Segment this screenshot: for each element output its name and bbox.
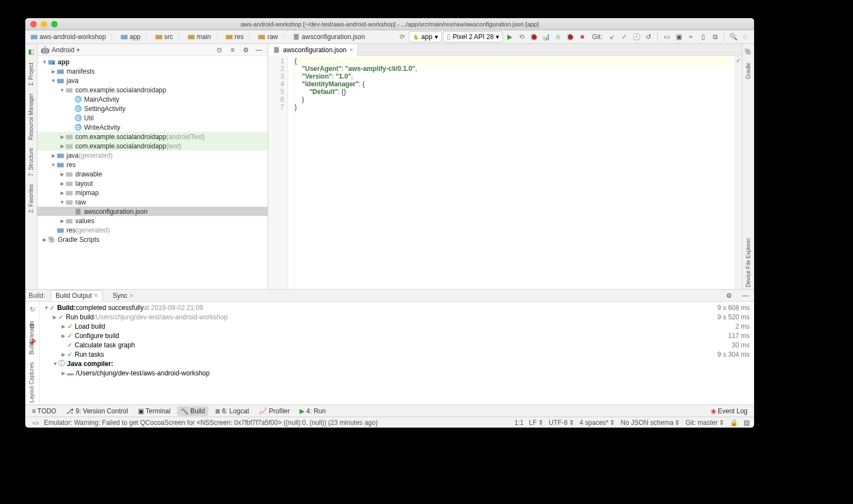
left-tab-favorites[interactable]: 2: Favorites [27,182,35,215]
run-button[interactable]: ▶ [504,31,515,42]
lock-icon[interactable]: 🔒 [730,419,738,427]
breadcrumb-app[interactable]: app [119,32,142,42]
project-tree[interactable]: ▼app▶manifests▼java▼com.example.socialan… [37,56,268,289]
right-tab-device-file-explorer[interactable]: Device File Explorer [744,236,752,289]
breadcrumb-raw[interactable]: raw [256,32,279,42]
build-output-tab[interactable]: Build Output× [51,290,103,301]
tree-node[interactable]: CUtil [37,113,268,123]
tree-node[interactable]: ▶values [37,216,268,225]
apply-changes-button[interactable]: ⟲ [516,31,527,42]
tree-node[interactable]: ▼res [37,160,268,169]
todo-button[interactable]: ≡TODO [29,406,59,416]
editor-tab-awsconfiguration[interactable]: awsconfiguration.json × [268,44,358,56]
git-revert-button[interactable]: ↺ [643,31,654,42]
avd-manager-button[interactable]: ▭ [661,31,672,42]
build-rerun-button[interactable]: ↻ [27,304,38,315]
tree-node[interactable]: ▶mipmap [37,188,268,197]
resource-manager-button[interactable]: ≈ [685,31,696,42]
build-row[interactable]: ▶✓Run tasks9 s 304 ms [44,350,750,359]
breadcrumb-res[interactable]: res [224,32,246,42]
tree-node[interactable]: awsconfiguration.json [37,207,268,216]
git-commit-button[interactable]: ✓ [619,31,630,42]
tree-node[interactable]: ▼com.example.socialandroidapp [37,85,268,95]
maximize-button[interactable] [51,21,58,27]
build-row[interactable]: ▶✓Run build /Users/chjung/dev-test/aws-a… [44,312,750,322]
left-tab-project[interactable]: 1: Project [27,60,35,88]
sync-gradle-button[interactable]: ⟳ [397,31,408,42]
build-row[interactable]: ▶✓Load build2 ms [44,322,750,331]
caret-position[interactable]: 1:1 [514,419,524,427]
code-editor[interactable]: 1234567 { "UserAgent": "aws-amplify-cli/… [268,56,742,289]
layout-inspector-button[interactable]: ⧉ [710,31,721,42]
breadcrumb-main[interactable]: main [186,32,213,42]
git-history-button[interactable]: 🕘 [631,31,642,42]
indent-settings[interactable]: 4 spaces* ⇕ [580,419,616,427]
build-row[interactable]: ▶▬/Users/chjung/dev-test/aws-android-wor… [44,368,750,378]
close-tab-button[interactable]: × [349,46,353,54]
profile-button[interactable]: 📊 [540,31,551,42]
hide-panel-button[interactable]: — [253,45,264,56]
build-row[interactable]: ▼ⓘJava compiler: [44,359,750,368]
logcat-button[interactable]: ≣6: Logcat [212,406,252,416]
tree-node[interactable]: ▼app [37,57,268,67]
git-branch[interactable]: Git: master ⇕ [685,419,724,427]
right-tab-gradle[interactable]: Gradle [744,60,752,81]
tree-node[interactable]: ▶drawable [37,169,268,179]
user-button[interactable]: ☺ [740,31,751,42]
breadcrumb-file[interactable]: awsconfiguration.json [291,32,367,42]
build-panel-settings-button[interactable]: ⚙ [723,290,734,301]
gradle-tool-icon[interactable]: 🐘 [743,46,754,57]
run-config-selector[interactable]: ♞app▾ [409,31,442,42]
tree-node[interactable]: CWriteActivity [37,123,268,132]
sdk-manager-button[interactable]: ▣ [673,31,684,42]
breadcrumb-src[interactable]: src [153,32,175,42]
left-tab-build-variants[interactable]: Build Variants [27,319,36,357]
build-output-tree[interactable]: ▼✓Build: completed successfully at 2019-… [40,302,754,405]
line-separator[interactable]: LF ⇕ [529,419,544,427]
tree-node[interactable]: ▶layout [37,179,268,188]
tree-node[interactable]: ▶com.example.socialandroidapp (androidTe… [37,132,268,141]
tree-node[interactable]: ▼java [37,76,268,85]
sync-tab[interactable]: Sync× [108,291,138,301]
tree-node[interactable]: ▶🐘Gradle Scripts [37,235,268,244]
tree-node[interactable]: ▼raw [37,197,268,207]
version-control-button[interactable]: ⎇9: Version Control [63,406,131,416]
device-selector[interactable]: ▯Pixel 2 API 28▾ [443,31,503,42]
build-row[interactable]: ▶✓Configure build117 ms [44,331,750,340]
minimize-button[interactable] [41,21,47,27]
tree-node[interactable]: CMainActivity [37,95,268,104]
hide-build-panel-button[interactable]: — [740,290,751,301]
event-log-button[interactable]: ◉Event Log [707,406,751,416]
close-button[interactable] [30,21,37,27]
git-update-button[interactable]: ↙ [607,31,618,42]
left-tab-layout-captures[interactable]: Layout Captures [27,360,36,405]
select-opened-file-button[interactable]: ⊙ [214,45,225,56]
expand-all-button[interactable]: ≡ [227,45,238,56]
tree-node[interactable]: CSettingActivity [37,104,268,113]
project-tool-icon[interactable]: ◧ [26,46,37,57]
search-button[interactable]: 🔍 [728,31,739,42]
status-bar-toggle-button[interactable]: ▭ [30,417,41,428]
build-row[interactable]: ▼✓Build: completed successfully at 2019-… [44,303,750,312]
json-schema[interactable]: No JSON schema ⇕ [621,419,680,427]
panel-settings-button[interactable]: ⚙ [240,45,251,56]
build-row[interactable]: ✓Calculate task graph30 ms [44,340,750,350]
debug-attach-button[interactable]: 🐞 [564,31,575,42]
tree-node[interactable]: ▶com.example.socialandroidapp (test) [37,141,268,151]
debug-button[interactable]: 🐞 [528,31,539,42]
stop-button[interactable]: ■ [577,31,588,42]
breadcrumb-root[interactable]: aws-android-workshop [29,32,108,42]
terminal-button[interactable]: ▣Terminal [135,406,174,416]
tree-node[interactable]: ▶manifests [37,67,268,76]
file-encoding[interactable]: UTF-8 ⇕ [549,419,574,427]
code-content[interactable]: { "UserAgent": "aws-amplify-cli/0.1.0", … [295,56,734,289]
project-view-selector[interactable]: 🤖Android ▾ [41,46,212,54]
device-manager-button[interactable]: ▯ [697,31,708,42]
memory-indicator[interactable]: ▤ [744,419,750,427]
profiler-button[interactable]: 📈Profiler [256,406,293,416]
tree-node[interactable]: ▶java (generated) [37,151,268,160]
run-window-button[interactable]: ▶4: Run [296,406,329,416]
attach-debugger-button[interactable]: ⎋ [552,31,563,42]
tree-node[interactable]: res (generated) [37,225,268,235]
left-tab-structure[interactable]: 7: Structure [27,146,35,179]
